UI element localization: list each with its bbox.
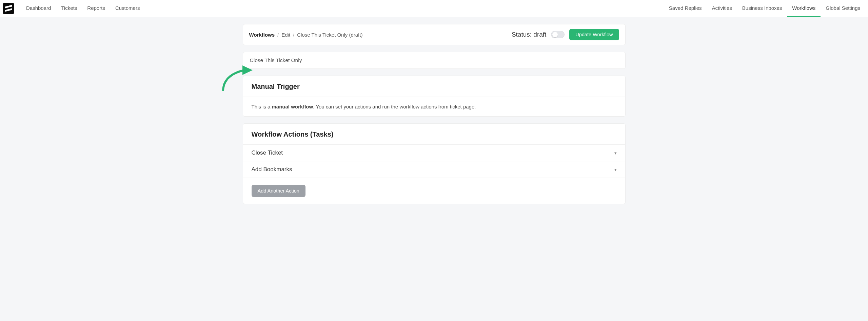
nav-business-inboxes[interactable]: Business Inboxes bbox=[737, 0, 787, 17]
trigger-desc-suffix: . You can set your actions and run the w… bbox=[313, 104, 476, 109]
logo-wrap bbox=[3, 0, 21, 17]
top-nav: Dashboard Tickets Reports Customers Save… bbox=[0, 0, 868, 17]
actions-card: Workflow Actions (Tasks) Close Ticket ▾ … bbox=[243, 123, 626, 204]
status-text: Status: draft bbox=[512, 31, 546, 38]
breadcrumb-leaf: Close This Ticket Only (draft) bbox=[297, 32, 362, 38]
action-row-label: Add Bookmarks bbox=[252, 166, 292, 173]
nav-saved-replies[interactable]: Saved Replies bbox=[664, 0, 707, 17]
nav-workflows[interactable]: Workflows bbox=[787, 0, 821, 17]
workflow-name-input[interactable] bbox=[243, 52, 625, 68]
trigger-desc-strong: manual workflow bbox=[272, 104, 313, 109]
trigger-body: This is a manual workflow. You can set y… bbox=[243, 97, 625, 116]
status-label: Status: bbox=[512, 31, 532, 38]
actions-title: Workflow Actions (Tasks) bbox=[252, 131, 617, 138]
trigger-title: Manual Trigger bbox=[252, 83, 617, 91]
nav-activities[interactable]: Activities bbox=[707, 0, 737, 17]
action-row-add-bookmarks[interactable]: Add Bookmarks ▾ bbox=[243, 161, 625, 178]
action-row-close-ticket[interactable]: Close Ticket ▾ bbox=[243, 144, 625, 161]
nav-global-settings[interactable]: Global Settings bbox=[821, 0, 865, 17]
status-toggle[interactable] bbox=[551, 31, 565, 38]
nav-left: Dashboard Tickets Reports Customers bbox=[21, 0, 664, 17]
breadcrumb-root[interactable]: Workflows bbox=[249, 32, 275, 38]
breadcrumb: Workflows / Edit / Close This Ticket Onl… bbox=[249, 32, 363, 38]
nav-reports[interactable]: Reports bbox=[82, 0, 110, 17]
nav-customers[interactable]: Customers bbox=[110, 0, 145, 17]
trigger-header: Manual Trigger bbox=[243, 76, 625, 97]
workflow-name-card bbox=[243, 52, 626, 69]
actions-header: Workflow Actions (Tasks) bbox=[243, 124, 625, 144]
workflow-header-card: Workflows / Edit / Close This Ticket Onl… bbox=[243, 24, 626, 45]
breadcrumb-sep: / bbox=[277, 32, 279, 38]
action-row-label: Close Ticket bbox=[252, 149, 283, 156]
nav-dashboard[interactable]: Dashboard bbox=[21, 0, 56, 17]
breadcrumb-sep: / bbox=[293, 32, 294, 38]
trigger-card: Manual Trigger This is a manual workflow… bbox=[243, 76, 626, 117]
app-logo[interactable] bbox=[3, 3, 14, 14]
chevron-down-icon: ▾ bbox=[614, 151, 617, 156]
nav-right: Saved Replies Activities Business Inboxe… bbox=[664, 0, 865, 17]
trigger-desc-prefix: This is a bbox=[252, 104, 272, 109]
update-workflow-button[interactable]: Update Workflow bbox=[569, 29, 619, 40]
nav-tickets[interactable]: Tickets bbox=[56, 0, 82, 17]
status-value: draft bbox=[533, 31, 546, 38]
toggle-knob bbox=[552, 32, 558, 37]
add-another-action-button[interactable]: Add Another Action bbox=[252, 185, 305, 197]
header-right: Status: draft Update Workflow bbox=[512, 29, 619, 40]
chevron-down-icon: ▾ bbox=[614, 167, 617, 172]
breadcrumb-mid[interactable]: Edit bbox=[281, 32, 290, 38]
